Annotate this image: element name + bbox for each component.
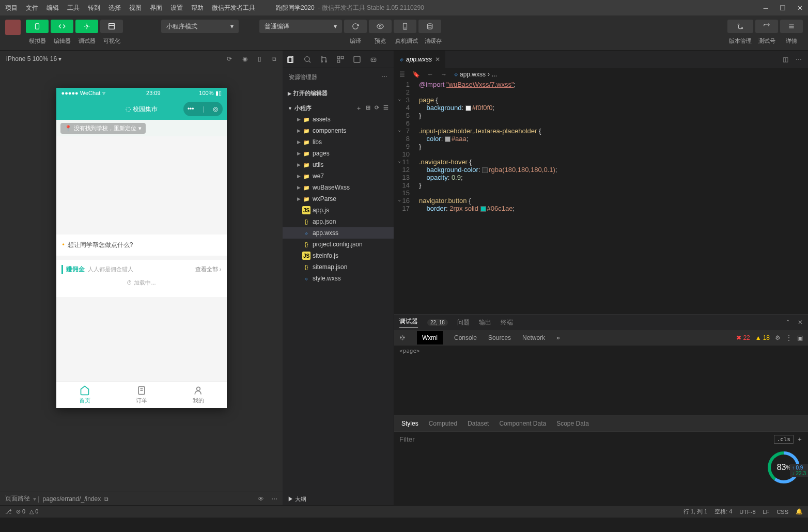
tree-item-app-wxss[interactable]: ⟐app.wxss: [283, 227, 394, 239]
styles-filter-input[interactable]: [399, 435, 774, 443]
visual-toggle[interactable]: [100, 20, 123, 33]
add-style-icon[interactable]: ＋: [797, 435, 803, 444]
record-icon[interactable]: ◉: [242, 55, 247, 62]
editor-toggle[interactable]: [51, 20, 73, 33]
menu-view[interactable]: 视图: [129, 4, 142, 12]
clear-cache-button[interactable]: [418, 20, 441, 33]
dataset-tab[interactable]: Dataset: [468, 420, 489, 427]
more-icon[interactable]: ⋯: [382, 74, 387, 81]
search-icon[interactable]: [303, 55, 312, 64]
collapse-icon[interactable]: ⌃: [785, 319, 790, 326]
terminal-tab[interactable]: 终端: [501, 318, 513, 327]
tab-home[interactable]: 首页: [56, 382, 113, 408]
outline-section[interactable]: ▶ 大纲: [283, 493, 394, 505]
indent-info[interactable]: 空格: 4: [714, 508, 732, 515]
robot-icon[interactable]: [369, 55, 378, 64]
files-icon[interactable]: [287, 55, 295, 64]
toc-icon[interactable]: ☰: [399, 71, 405, 78]
open-editors-section[interactable]: ▶打开的编辑器: [283, 88, 394, 99]
status-errors[interactable]: ⊘ 0: [16, 508, 25, 515]
tree-item-wuBaseWxss[interactable]: ▶📁wuBaseWxss: [283, 182, 394, 193]
close-icon[interactable]: ✕: [798, 319, 803, 326]
tab-order[interactable]: 订单: [113, 382, 170, 408]
tree-item-utils[interactable]: ▶📁utils: [283, 159, 394, 170]
new-folder-icon[interactable]: ⊞: [366, 104, 370, 112]
devtab-sources[interactable]: Sources: [488, 334, 511, 341]
debugger-toggle[interactable]: [75, 20, 98, 33]
version-button[interactable]: [727, 20, 753, 33]
tree-item-components[interactable]: ▶📁components: [283, 125, 394, 136]
dock-icon[interactable]: ▣: [797, 334, 803, 341]
bell-icon[interactable]: 🔔: [796, 508, 803, 515]
nav-fwd-icon[interactable]: →: [441, 71, 447, 78]
git-icon[interactable]: [320, 55, 328, 64]
computed-tab[interactable]: Computed: [429, 420, 457, 427]
tree-item-wxParse[interactable]: ▶📁wxParse: [283, 193, 394, 205]
menu-project[interactable]: 项目: [5, 4, 18, 12]
split-icon[interactable]: ◫: [783, 56, 788, 63]
gear-icon[interactable]: ⚙: [775, 334, 781, 341]
breadcrumb-file[interactable]: ⟐ app.wxss › ...: [454, 71, 497, 78]
tree-item-siteinfo-js[interactable]: JSsiteinfo.js: [283, 250, 394, 261]
tree-item-assets[interactable]: ▶📁assets: [283, 114, 394, 125]
tree-item-pages[interactable]: ▶📁pages: [283, 148, 394, 159]
close-button[interactable]: ✕: [797, 4, 803, 12]
editor-tab-appwxss[interactable]: ⟐ app.wxss ✕: [394, 51, 445, 68]
inspect-icon[interactable]: ⯐: [399, 334, 406, 341]
more-icon[interactable]: ⋯: [271, 495, 277, 503]
phone-body[interactable]: 想让同学帮您做点什么? 赚佣金 人人都是佣金猎人 查看全部 › ⏱ 加载中...: [56, 136, 227, 381]
components-icon[interactable]: [353, 55, 361, 64]
copy-icon[interactable]: ⧉: [104, 495, 108, 503]
menu-help[interactable]: 帮助: [191, 4, 204, 12]
tree-item-style-wxss[interactable]: ⟐style.wxss: [283, 273, 394, 284]
page-path[interactable]: pages/errand/_/index: [42, 495, 101, 503]
user-avatar[interactable]: [5, 20, 21, 35]
compile-mode-dropdown[interactable]: 普通编译▾: [259, 20, 342, 33]
maximize-button[interactable]: ☐: [780, 4, 786, 12]
mode-dropdown[interactable]: 小程序模式▾: [161, 20, 239, 33]
nav-back-icon[interactable]: ←: [427, 71, 433, 78]
cursor-position[interactable]: 行 1, 列 1: [683, 508, 707, 515]
more-icon[interactable]: ⋯: [796, 56, 802, 63]
lang-info[interactable]: CSS: [776, 509, 788, 515]
detail-button[interactable]: [780, 20, 803, 33]
tree-item-libs[interactable]: ▶📁libs: [283, 136, 394, 148]
new-file-icon[interactable]: ＋: [356, 104, 362, 112]
menu-wechatdev[interactable]: 微信开发者工具: [212, 4, 255, 12]
tree-item-app-js[interactable]: JSapp.js: [283, 205, 394, 216]
tree-item-we7[interactable]: ▶📁we7: [283, 170, 394, 182]
tree-item-project-config-json[interactable]: {}project.config.json: [283, 239, 394, 250]
error-count[interactable]: ✖ 22: [736, 334, 750, 341]
code-editor[interactable]: 1@import "wuBaseWxss/7.wxss";2⌄3page {4 …: [394, 81, 808, 314]
branch-icon[interactable]: ⎇: [5, 508, 12, 515]
refresh-icon[interactable]: ⟳: [375, 104, 379, 112]
prompt-input[interactable]: 想让同学帮您做点什么?: [56, 234, 227, 256]
device-selector[interactable]: iPhone 5 100% 16 ▾: [6, 55, 61, 62]
bookmark-icon[interactable]: 🔖: [412, 71, 420, 78]
devtab-console[interactable]: Console: [454, 334, 477, 341]
capsule-button[interactable]: ••• | ◎: [183, 102, 223, 116]
devtab-wxml[interactable]: Wxml: [417, 331, 443, 345]
preview-button[interactable]: [369, 20, 392, 33]
debugger-tab[interactable]: 调试器: [399, 317, 418, 327]
tree-item-sitemap-json[interactable]: {}sitemap.json: [283, 261, 394, 273]
encoding-info[interactable]: UTF-8: [739, 509, 755, 515]
device-icon[interactable]: ▯: [258, 55, 261, 62]
popout-icon[interactable]: ⧉: [272, 55, 276, 62]
warning-count[interactable]: ▲ 18: [755, 334, 770, 341]
project-section[interactable]: ▼小程序 ＋ ⊞ ⟳ ☰: [283, 103, 394, 114]
more-tabs-icon[interactable]: »: [556, 334, 560, 341]
menu-file[interactable]: 文件: [26, 4, 38, 12]
menu-settings[interactable]: 设置: [170, 4, 183, 12]
simulator-toggle[interactable]: [26, 20, 49, 33]
tab-me[interactable]: 我的: [170, 382, 227, 408]
collapse-icon[interactable]: ☰: [383, 104, 389, 112]
close-tab-icon[interactable]: ✕: [435, 56, 440, 63]
scopedata-tab[interactable]: Scope Data: [556, 420, 589, 427]
styles-tab[interactable]: Styles: [401, 420, 418, 427]
devtab-network[interactable]: Network: [522, 334, 545, 341]
status-warnings[interactable]: △ 0: [29, 508, 38, 515]
compile-button[interactable]: [344, 20, 367, 33]
tree-item-app-json[interactable]: {}app.json: [283, 216, 394, 227]
minimize-button[interactable]: ─: [764, 4, 768, 12]
